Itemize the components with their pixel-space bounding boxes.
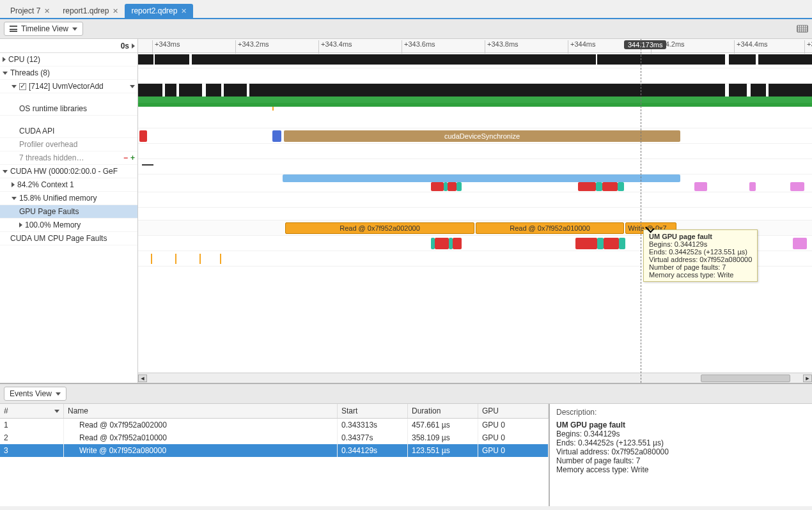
tree-label: CUDA UM CPU Page Faults [10, 234, 107, 243]
tab-project7[interactable]: Project 7 ✕ [4, 4, 56, 18]
tree-label: Profiler overhead [19, 140, 77, 149]
fault-tick[interactable] [151, 254, 152, 264]
plus-icon[interactable]: + [130, 153, 135, 162]
col-start[interactable]: Start [338, 404, 408, 418]
bar-segment[interactable] [575, 238, 597, 249]
bar-segment[interactable] [283, 174, 680, 182]
cell-duration: 358.109 µs [408, 431, 478, 444]
bar-segment[interactable] [453, 238, 462, 249]
table-row[interactable]: 1Read @ 0x7f952a0020000.343313s457.661 µ… [0, 419, 549, 431]
tree-header: 0s [0, 39, 137, 53]
tree-thread-entry[interactable]: [7142] UvmVectorAdd [0, 80, 137, 93]
bar-segment[interactable] [272, 130, 281, 142]
tree-threads[interactable]: Threads (8) [0, 66, 137, 80]
lane-context[interactable] [138, 192, 812, 208]
tree-profiler-overhead[interactable]: Profiler overhead [0, 138, 137, 151]
bar-segment[interactable] [431, 182, 444, 191]
events-view-label: Events View [10, 389, 52, 398]
bar-segment[interactable] [596, 182, 602, 191]
events-table: # Name Start Duration GPU 1Read @ 0x7f95… [0, 404, 550, 506]
cuda-sync-bar[interactable]: cudaDeviceSynchronize [284, 130, 680, 142]
bar-segment[interactable] [604, 238, 619, 249]
bar-segment[interactable] [435, 238, 449, 249]
tree-memory[interactable]: 100.0% Memory [0, 219, 137, 232]
bar-segment[interactable] [793, 238, 807, 249]
bar-segment[interactable] [602, 182, 618, 191]
tree-label: 84.2% Context 1 [17, 180, 74, 189]
description-title: UM GPU page fault [556, 421, 806, 429]
bar-segment[interactable] [619, 238, 625, 249]
page-fault-bar-read2[interactable]: Read @ 0x7f952a010000 [476, 222, 624, 234]
bar-segment[interactable] [139, 130, 147, 142]
ruler-tick: +344.4ms [734, 40, 768, 54]
tree-label: CUDA HW (0000:02:00.0 - GeF [10, 167, 118, 176]
tree-um-cpu-pf[interactable]: CUDA UM CPU Page Faults [0, 232, 137, 245]
tree-label: OS runtime libraries [19, 104, 87, 113]
description-line: Begins: 0.344129s [556, 429, 806, 438]
tab-report1[interactable]: report1.qdrep ✕ [56, 4, 125, 18]
tree-gpu-page-faults[interactable]: GPU Page Faults [0, 205, 137, 219]
chevron-down-icon [56, 392, 61, 396]
tree-os-runtime[interactable]: OS runtime libraries [0, 102, 137, 116]
time-ruler[interactable]: +343ms +343.2ms +343.4ms +343.6ms +343.8… [138, 39, 812, 53]
chevron-down-icon[interactable] [130, 85, 135, 88]
lane-cpu[interactable] [138, 53, 812, 68]
col-duration[interactable]: Duration [408, 404, 478, 418]
lane-profiler[interactable] [138, 144, 812, 159]
tree-cpu[interactable]: CPU (12) [0, 53, 137, 66]
bar-segment[interactable] [749, 182, 756, 191]
lane-thread[interactable] [138, 84, 812, 107]
bar-segment[interactable] [578, 182, 596, 191]
bar-segment[interactable] [790, 182, 804, 191]
close-icon[interactable]: ✕ [113, 7, 118, 15]
col-gpu[interactable]: GPU [478, 404, 549, 418]
fault-tick[interactable] [175, 254, 176, 264]
bar-segment[interactable] [597, 238, 604, 249]
ruler-tick: +3 [804, 40, 812, 54]
table-row[interactable]: 3Write @ 0x7f952a0800000.344129s123.551 … [0, 444, 549, 457]
tab-report2[interactable]: report2.qdrep ✕ [125, 4, 193, 18]
scroll-right-icon[interactable]: ► [803, 375, 812, 382]
bar-segment[interactable] [448, 182, 457, 191]
tree-unified-memory[interactable]: 15.8% Unified memory [0, 192, 137, 205]
table-row[interactable]: 2Read @ 0x7f952a0100000.34377s358.109 µs… [0, 431, 549, 444]
keyboard-icon[interactable] [797, 25, 808, 33]
page-fault-bar-read1[interactable]: Read @ 0x7f952a002000 [285, 222, 474, 234]
view-select[interactable]: Timeline View [4, 22, 83, 36]
tooltip-line: Memory access type: Write [649, 271, 752, 279]
lane-hidden-threads[interactable] [138, 159, 812, 174]
events-view-select[interactable]: Events View [4, 387, 66, 401]
fault-tick[interactable] [220, 254, 221, 264]
col-name[interactable]: Name [64, 404, 338, 418]
close-icon[interactable]: ✕ [44, 7, 50, 15]
scroll-thumb[interactable] [701, 375, 790, 382]
tooltip-line: Number of page faults: 7 [649, 263, 752, 271]
sort-icon[interactable] [54, 410, 59, 413]
scroll-left-icon[interactable]: ◄ [138, 375, 147, 382]
tree-hidden-threads[interactable]: 7 threads hidden… − + [0, 151, 137, 165]
cell-duration: 123.551 µs [408, 444, 478, 457]
minus-icon[interactable]: − [123, 153, 128, 162]
playhead[interactable] [641, 39, 641, 383]
cell-num: 2 [0, 431, 64, 444]
bar-segment[interactable] [694, 182, 707, 191]
lane-unified-mem[interactable] [138, 208, 812, 220]
close-icon[interactable]: ✕ [181, 7, 187, 15]
chart-panel[interactable]: +343ms +343.2ms +343.4ms +343.6ms +343.8… [138, 39, 812, 383]
checkbox-checked-icon[interactable] [19, 83, 26, 90]
bar-segment[interactable] [457, 182, 462, 191]
lane-os-runtime[interactable] [138, 107, 812, 128]
ruler-tick: +343.2ms [235, 40, 269, 54]
fault-tick[interactable] [199, 254, 201, 264]
tree-cuda-api[interactable]: CUDA API [0, 125, 137, 138]
tab-label: report1.qdrep [63, 6, 109, 15]
cell-num: 3 [0, 444, 64, 457]
col-num[interactable]: # [0, 404, 64, 418]
hscrollbar[interactable]: ◄ ► [138, 373, 812, 383]
tooltip-title: UM GPU page fault [649, 233, 752, 240]
tree-context[interactable]: 84.2% Context 1 [0, 178, 137, 192]
bar-segment[interactable] [618, 182, 624, 191]
lane-cuda-hw[interactable] [138, 174, 812, 192]
lane-cuda-api[interactable]: cudaDeviceSynchronize [138, 128, 812, 144]
tree-cuda-hw[interactable]: CUDA HW (0000:02:00.0 - GeF [0, 165, 137, 178]
